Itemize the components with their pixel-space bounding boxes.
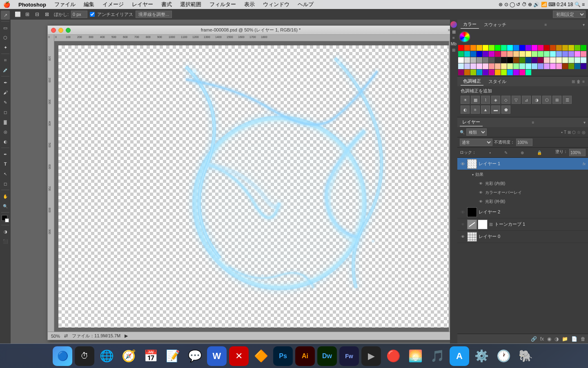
dock-x[interactable]: ✕ (229, 346, 249, 366)
swatch-cell[interactable] (507, 70, 513, 75)
photofilter-adj-icon[interactable]: ⬡ (542, 96, 551, 104)
swatch-cell[interactable] (581, 63, 586, 69)
eraser-tool[interactable]: ◻ (1, 108, 10, 117)
color-panel-header[interactable]: カラー スウォッチ ≡ ▾ (457, 20, 588, 29)
subtract-selection-icon[interactable]: ⊟ (33, 10, 42, 19)
layer-item-2[interactable]: 👁 レイヤー 2 (457, 206, 588, 218)
dock-evernote[interactable]: 🐘 (516, 346, 535, 366)
link-layers-icon[interactable]: 🔗 (531, 336, 537, 342)
mb-panel-icon[interactable]: Mb (451, 42, 457, 46)
adjustments-header[interactable]: 色調補正 スタイル ⊞ 🗑 ≡ (457, 76, 588, 86)
lock-pixels-icon[interactable]: ✎ (504, 150, 508, 155)
swatch-cell[interactable] (526, 45, 531, 51)
marquee-tool[interactable]: ▭ (1, 23, 10, 32)
window-minimize-button[interactable] (58, 28, 63, 33)
swatch-cell[interactable] (501, 51, 507, 57)
menu-window[interactable]: ウィンドウ (260, 0, 293, 9)
dock-finalcut[interactable]: ▶ (361, 346, 381, 366)
swatch-cell[interactable] (550, 51, 556, 57)
swatch-cell[interactable] (495, 57, 501, 63)
adjustments-tab[interactable]: 色調補正 (461, 77, 483, 85)
threshold-adj-icon[interactable]: ▲ (481, 105, 490, 114)
zoom-tool[interactable]: 🔍 (1, 202, 10, 211)
swatch-cell[interactable] (544, 63, 550, 69)
swatch-cell[interactable] (526, 70, 531, 75)
menu-filter[interactable]: フィルター (206, 0, 239, 9)
swatch-cell[interactable] (489, 63, 494, 69)
swatch-cell[interactable] (519, 70, 525, 75)
dock-timemachine[interactable]: 🕐 (494, 346, 513, 366)
swatch-cell[interactable] (532, 45, 537, 51)
fill-input[interactable] (569, 149, 586, 156)
colorbalance-adj-icon[interactable]: ⊿ (522, 96, 531, 104)
foreground-color[interactable] (1, 214, 10, 223)
swatch-cell[interactable] (464, 63, 470, 69)
lock-transparent-icon[interactable]: ▪ (489, 150, 491, 155)
swatch-cell[interactable] (458, 63, 464, 69)
type-tool[interactable]: T (1, 159, 10, 168)
menu-photoshop[interactable]: Photoshop (15, 1, 49, 9)
dock-safari[interactable]: 🧭 (119, 346, 138, 366)
swatch-cell[interactable] (575, 63, 580, 69)
layer-filter-icon5[interactable]: ☆ (577, 130, 581, 135)
swatch-cell[interactable] (483, 45, 488, 51)
swatch-cell[interactable] (544, 57, 550, 63)
bw-adj-icon[interactable]: ◑ (532, 96, 541, 104)
window-maximize-button[interactable] (66, 28, 71, 33)
swatch-cell[interactable] (556, 51, 562, 57)
swatch-cell[interactable] (495, 70, 501, 75)
dock-chrome[interactable]: 🌐 (97, 346, 116, 366)
layer-kind-select[interactable]: 種類 (466, 128, 487, 136)
swatch-cell[interactable] (556, 63, 562, 69)
tonecurve-visibility[interactable]: 👁 (460, 222, 466, 227)
layer-panel-icon[interactable]: ≡ (452, 36, 455, 40)
gradient-tool[interactable]: ▓ (1, 117, 10, 126)
crop-tool[interactable]: ⌗ (1, 56, 10, 65)
dock-notes[interactable]: 📝 (163, 346, 183, 366)
zoom-indicator-icon[interactable]: ⇄ (64, 333, 68, 339)
layer-filter-toggle[interactable]: ◎ (582, 130, 586, 135)
swatch-cell[interactable] (483, 51, 488, 57)
swatch-cell[interactable] (513, 70, 519, 75)
layer-item-tonecurve[interactable]: 👁 ⛓ トーンカーブ 1 (457, 218, 588, 231)
quick-mask-tool[interactable]: ◑ (1, 227, 10, 236)
swatch-cell[interactable] (568, 57, 574, 63)
swatch-cell[interactable] (581, 45, 586, 51)
swatch-cell[interactable] (513, 57, 519, 63)
swatch-cell[interactable] (477, 63, 482, 69)
style-tab[interactable]: スタイル (486, 78, 509, 85)
new-group-icon[interactable]: 📁 (562, 336, 568, 342)
swatch-cell[interactable] (526, 57, 531, 63)
swatch-cell[interactable] (483, 63, 488, 69)
swatch-cell[interactable] (519, 57, 525, 63)
swatch-cell[interactable] (489, 51, 494, 57)
add-mask-icon[interactable]: ◉ (547, 336, 551, 342)
window-close-button[interactable] (51, 28, 56, 33)
swatch-cell[interactable] (507, 51, 513, 57)
lock-all-icon[interactable]: 🔒 (537, 150, 542, 155)
swatch-cell[interactable] (575, 57, 580, 63)
dock-finder[interactable]: 🔵 (53, 346, 72, 366)
swatch-cell[interactable] (544, 51, 550, 57)
color-overlay-visibility[interactable]: 👁 (478, 190, 483, 195)
adj-panel-delete-icon[interactable]: 🗑 (577, 79, 581, 84)
dock-skype[interactable]: 💬 (185, 346, 205, 366)
adjustment-panel-icon[interactable]: ▦ (452, 29, 456, 34)
path-selection-tool[interactable]: ↖ (1, 169, 10, 178)
layer-filter-icon1[interactable]: ▪ (561, 130, 563, 135)
adj-panel-menu-icon[interactable]: ≡ (582, 79, 585, 84)
swatch-cell[interactable] (470, 51, 476, 57)
adj-panel-action-icon[interactable]: ⊞ (572, 79, 575, 84)
swatch-cell[interactable] (568, 51, 574, 57)
swatch-cell[interactable] (538, 63, 543, 69)
panel-collapse-icon[interactable]: ▾ (583, 22, 585, 27)
swatch-cell[interactable] (458, 70, 464, 75)
brush-tool[interactable]: 🖌 (1, 88, 10, 97)
swatch-cell[interactable] (483, 70, 488, 75)
swatch-cell[interactable] (568, 45, 574, 51)
swatch-cell[interactable] (507, 63, 513, 69)
adjust-border-button[interactable]: 境界線を調整... (136, 11, 172, 18)
swatch-cell[interactable] (562, 57, 568, 63)
new-layer-icon[interactable]: 📄 (571, 336, 577, 342)
layer-filter-icon2[interactable]: T (564, 130, 566, 135)
